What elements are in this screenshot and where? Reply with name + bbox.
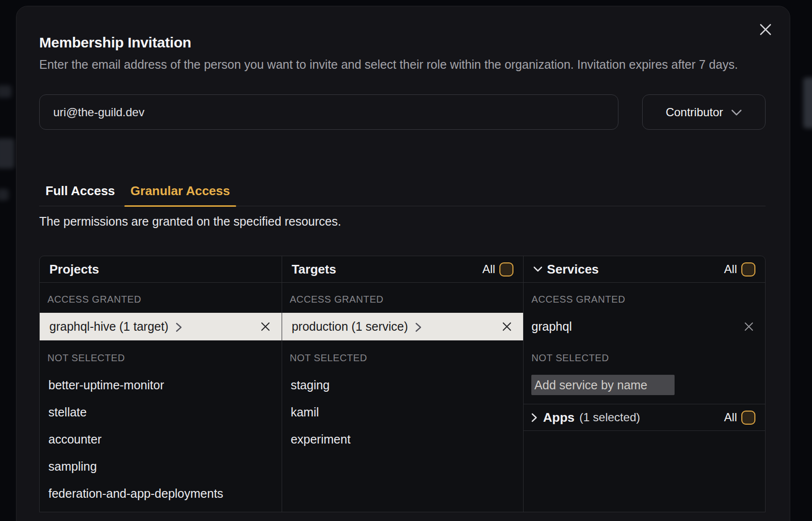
target-item[interactable]: staging: [282, 371, 524, 398]
granted-target-name: production (1 service): [292, 320, 408, 334]
project-item[interactable]: sampling: [40, 453, 282, 480]
apps-count: (1 selected): [579, 411, 640, 424]
targets-column: Targets All ACCESS GRANTED production (1…: [282, 256, 524, 512]
role-select[interactable]: Contributor: [642, 94, 766, 130]
chevron-right-icon[interactable]: [531, 413, 537, 422]
dialog-description: Enter the email address of the person yo…: [39, 56, 766, 74]
apps-title: Apps: [543, 410, 574, 425]
add-service-input[interactable]: [531, 375, 675, 395]
permissions-note: The permissions are granted on the speci…: [39, 213, 766, 230]
target-item[interactable]: experiment: [282, 426, 524, 453]
access-tabs: Full Access Granular Access: [39, 183, 766, 206]
access-granted-label: ACCESS GRANTED: [282, 293, 524, 305]
apps-row[interactable]: Apps (1 selected) All: [524, 404, 765, 431]
background-artifact: [0, 189, 9, 200]
services-all-label: All: [724, 262, 737, 276]
chevron-right-icon: [415, 322, 421, 332]
projects-header: Projects: [40, 256, 282, 283]
invite-row: Contributor: [39, 94, 766, 130]
background-artifact: [803, 77, 812, 128]
access-granted-label: ACCESS GRANTED: [40, 293, 282, 305]
page-background: Membership Invitation Enter the email ad…: [0, 0, 812, 521]
projects-not-selected-list: better-uptime-monitor stellate accounter…: [40, 371, 282, 507]
access-granted-label: ACCESS GRANTED: [524, 293, 765, 305]
targets-all-label: All: [482, 262, 496, 276]
project-item[interactable]: federation-and-app-deployments: [40, 480, 282, 507]
project-item[interactable]: stellate: [40, 398, 282, 426]
apps-all-checkbox[interactable]: [741, 411, 755, 425]
granted-project-name: graphql-hive (1 target): [49, 320, 168, 334]
services-all-checkbox[interactable]: [741, 262, 755, 276]
chevron-down-icon: [731, 109, 742, 116]
background-artifact: [0, 138, 15, 169]
remove-target-button[interactable]: [502, 322, 511, 331]
targets-header-label: Targets: [292, 262, 336, 277]
granted-project-row[interactable]: graphql-hive (1 target): [40, 313, 282, 340]
projects-column: Projects ACCESS GRANTED graphql-hive (1 …: [40, 256, 282, 512]
tab-granular-access[interactable]: Granular Access: [124, 183, 237, 206]
granted-service-name: graphql: [531, 320, 571, 334]
chevron-right-icon: [176, 322, 182, 332]
targets-not-selected-list: staging kamil experiment: [282, 371, 524, 453]
not-selected-label: NOT SELECTED: [524, 352, 765, 364]
targets-all-checkbox[interactable]: [499, 262, 513, 276]
services-column: Services All ACCESS GRANTED graphql NOT: [523, 256, 765, 512]
project-item[interactable]: better-uptime-monitor: [40, 371, 282, 398]
email-input[interactable]: [39, 94, 618, 130]
dialog-title: Membership Invitation: [39, 34, 766, 51]
not-selected-label: NOT SELECTED: [282, 352, 524, 364]
not-selected-label: NOT SELECTED: [40, 352, 282, 364]
granted-service-row[interactable]: graphql: [524, 313, 765, 340]
target-item[interactable]: kamil: [282, 398, 524, 426]
background-artifact: [0, 85, 12, 98]
remove-project-button[interactable]: [261, 322, 270, 331]
role-select-value: Contributor: [666, 106, 723, 119]
tab-full-access[interactable]: Full Access: [39, 183, 121, 206]
services-header-label: Services: [547, 262, 599, 277]
apps-all-label: All: [724, 411, 737, 424]
chevron-down-icon[interactable]: [533, 266, 542, 272]
remove-service-button[interactable]: [744, 322, 753, 331]
services-header: Services All: [524, 256, 765, 283]
targets-header: Targets All: [282, 256, 524, 283]
project-item[interactable]: accounter: [40, 426, 282, 453]
projects-header-label: Projects: [49, 262, 99, 277]
membership-invitation-dialog: Membership Invitation Enter the email ad…: [16, 6, 790, 521]
resources-panel: Projects ACCESS GRANTED graphql-hive (1 …: [39, 256, 766, 512]
granted-target-row[interactable]: production (1 service): [282, 313, 524, 340]
